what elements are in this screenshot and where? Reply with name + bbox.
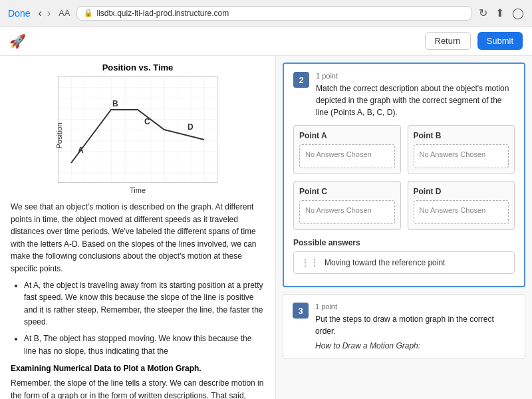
possible-answers-label: Possible answers <box>293 238 515 247</box>
bookmark-icon[interactable]: ◯ <box>512 7 524 19</box>
submit-button[interactable]: Submit <box>477 32 523 50</box>
action-bar-right: Return Submit <box>425 32 523 50</box>
svg-rect-0 <box>58 76 217 183</box>
graph-container: Position A B <box>11 76 265 194</box>
match-cell-c: Point C No Answers Chosen <box>293 181 401 230</box>
question-3-header: 3 1 point Put the steps to draw a motion… <box>293 303 515 350</box>
drag-handle-icon: ⋮⋮ <box>301 257 319 268</box>
point-b-label: Point B <box>414 131 509 140</box>
point-c-answer[interactable]: No Answers Chosen <box>299 200 395 224</box>
question-2-meta: 1 point Match the correct description ab… <box>316 72 515 118</box>
return-button[interactable]: Return <box>425 32 471 50</box>
right-panel: 2 1 point Match the correct description … <box>276 56 532 399</box>
question-3-meta: 1 point Put the steps to draw a motion g… <box>315 303 515 350</box>
font-size-button[interactable]: AA <box>59 8 70 18</box>
point-c-label: Point C <box>299 187 395 196</box>
question-3-block: 3 1 point Put the steps to draw a motion… <box>283 294 525 359</box>
question-3-number: 3 <box>293 303 309 319</box>
left-panel: Position vs. Time Position <box>0 56 276 399</box>
bullet-item-b: At B, The object has stopped moving. We … <box>24 332 265 357</box>
match-cell-a: Point A No Answers Chosen <box>293 125 401 174</box>
question-3-subtitle: How to Draw a Motion Graph: <box>315 341 515 350</box>
main-content: Position vs. Time Position <box>0 56 532 399</box>
nav-arrows: ‹ › <box>37 7 52 19</box>
question-2-block: 2 1 point Match the correct description … <box>283 63 525 287</box>
point-d-label: Point D <box>414 187 509 196</box>
action-bar: 🚀 Return Submit <box>0 27 532 56</box>
question-3-text: Put the steps to draw a motion graph in … <box>315 313 515 337</box>
question-2-header: 2 1 point Match the correct description … <box>293 72 515 118</box>
point-a-answer[interactable]: No Answers Chosen <box>299 144 395 168</box>
x-axis-label: Time <box>58 186 217 194</box>
bullet-list: At A, the object is traveling away from … <box>24 279 265 358</box>
graph-title: Position vs. Time <box>11 63 265 72</box>
svg-text:C: C <box>144 117 150 126</box>
graph-svg-wrap: Position A B <box>58 76 217 194</box>
position-time-graph: A B C D <box>58 76 217 183</box>
answer-chip-1-text: Moving toward the reference point <box>325 258 445 267</box>
browser-bar: Done ‹ › AA 🔒 lisdtx.quiz-lti-iad-prod.i… <box>0 0 532 27</box>
done-button[interactable]: Done <box>8 8 30 19</box>
point-b-answer[interactable]: No Answers Chosen <box>414 144 509 168</box>
point-d-answer[interactable]: No Answers Chosen <box>414 200 509 224</box>
point-a-label: Point A <box>299 131 395 140</box>
y-axis-label: Position <box>55 122 63 148</box>
answer-chip-1[interactable]: ⋮⋮ Moving toward the reference point <box>293 251 515 274</box>
lock-icon: 🔒 <box>84 9 93 17</box>
section-title: Examining Numerical Data to Plot a Motio… <box>11 364 265 373</box>
question-2-number: 2 <box>293 72 309 88</box>
section-text: Remember, the slope of the line tells a … <box>11 377 265 399</box>
back-arrow[interactable]: ‹ <box>37 7 43 19</box>
question-3-points: 1 point <box>315 303 515 311</box>
url-text: lisdtx.quiz-lti-iad-prod.instructure.com <box>96 9 229 18</box>
browser-actions: ↻ ⬆ ◯ <box>479 7 524 19</box>
svg-text:D: D <box>188 122 194 132</box>
svg-text:A: A <box>78 146 84 155</box>
bullet-item-a: At A, the object is traveling away from … <box>24 279 265 329</box>
rocket-icon: 🚀 <box>9 33 26 49</box>
svg-text:B: B <box>112 99 118 108</box>
match-grid: Point A No Answers Chosen Point B No Ans… <box>293 125 515 230</box>
match-cell-b: Point B No Answers Chosen <box>408 125 515 174</box>
match-cell-d: Point D No Answers Chosen <box>408 181 515 230</box>
refresh-icon[interactable]: ↻ <box>479 7 487 19</box>
forward-arrow[interactable]: › <box>46 7 52 19</box>
url-bar: 🔒 lisdtx.quiz-lti-iad-prod.instructure.c… <box>76 6 472 21</box>
question-2-text: Match the correct description about the … <box>316 82 515 118</box>
intro-text: We see that an object's motion is descri… <box>11 201 265 357</box>
question-2-points: 1 point <box>316 72 515 80</box>
share-icon[interactable]: ⬆ <box>495 7 504 19</box>
